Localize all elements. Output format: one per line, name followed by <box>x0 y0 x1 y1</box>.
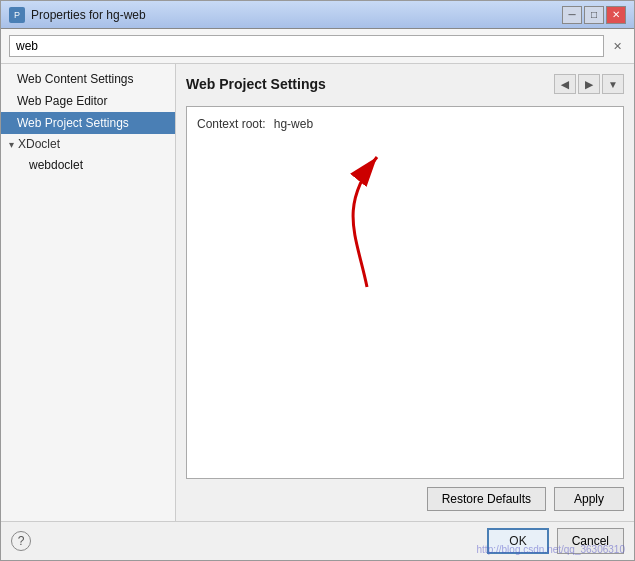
red-arrow-annotation <box>307 137 427 297</box>
context-root-row: Context root: hg-web <box>197 117 613 131</box>
minimize-button[interactable]: ─ <box>562 6 582 24</box>
toolbar-forward-button[interactable]: ▶ <box>578 74 600 94</box>
sidebar-item-webdoclet[interactable]: webdoclet <box>1 154 175 176</box>
search-clear-button[interactable]: ✕ <box>608 37 626 55</box>
title-bar-left: P Properties for hg-web <box>9 7 146 23</box>
panel-title-bar: Web Project Settings ◀ ▶ ▼ <box>186 74 624 98</box>
panel-toolbar: ◀ ▶ ▼ <box>554 74 624 94</box>
restore-defaults-button[interactable]: Restore Defaults <box>427 487 546 511</box>
search-bar: ✕ <box>1 29 634 64</box>
title-bar: P Properties for hg-web ─ □ ✕ <box>1 1 634 29</box>
context-root-label: Context root: <box>197 117 266 131</box>
sidebar-item-web-project-settings[interactable]: Web Project Settings <box>1 112 175 134</box>
dialog-title: Properties for hg-web <box>31 8 146 22</box>
right-panel: Web Project Settings ◀ ▶ ▼ Context root: <box>176 64 634 521</box>
dialog-icon: P <box>9 7 25 23</box>
maximize-button[interactable]: □ <box>584 6 604 24</box>
ok-button[interactable]: OK <box>487 528 548 554</box>
title-controls: ─ □ ✕ <box>562 6 626 24</box>
search-input[interactable] <box>9 35 604 57</box>
sidebar-section-xdoclet: ▾ XDoclet <box>1 134 175 154</box>
sidebar: Web Content Settings Web Page Editor Web… <box>1 64 176 521</box>
apply-button[interactable]: Apply <box>554 487 624 511</box>
sidebar-item-web-page-editor[interactable]: Web Page Editor <box>1 90 175 112</box>
main-content: Web Content Settings Web Page Editor Web… <box>1 64 634 521</box>
sidebar-item-web-content-settings[interactable]: Web Content Settings <box>1 68 175 90</box>
panel-content: Context root: hg-web <box>186 106 624 479</box>
panel-footer: Restore Defaults Apply <box>186 479 624 511</box>
xdoclet-arrow-icon: ▾ <box>9 139 14 150</box>
dialog: P Properties for hg-web ─ □ ✕ ✕ Web Cont… <box>0 0 635 561</box>
close-button[interactable]: ✕ <box>606 6 626 24</box>
panel-title-text: Web Project Settings <box>186 76 326 92</box>
toolbar-back-button[interactable]: ◀ <box>554 74 576 94</box>
dialog-footer: ? OK Cancel <box>1 521 634 560</box>
dialog-action-buttons: OK Cancel <box>487 528 624 554</box>
cancel-button[interactable]: Cancel <box>557 528 624 554</box>
toolbar-menu-button[interactable]: ▼ <box>602 74 624 94</box>
help-button[interactable]: ? <box>11 531 31 551</box>
context-root-value: hg-web <box>274 117 313 131</box>
